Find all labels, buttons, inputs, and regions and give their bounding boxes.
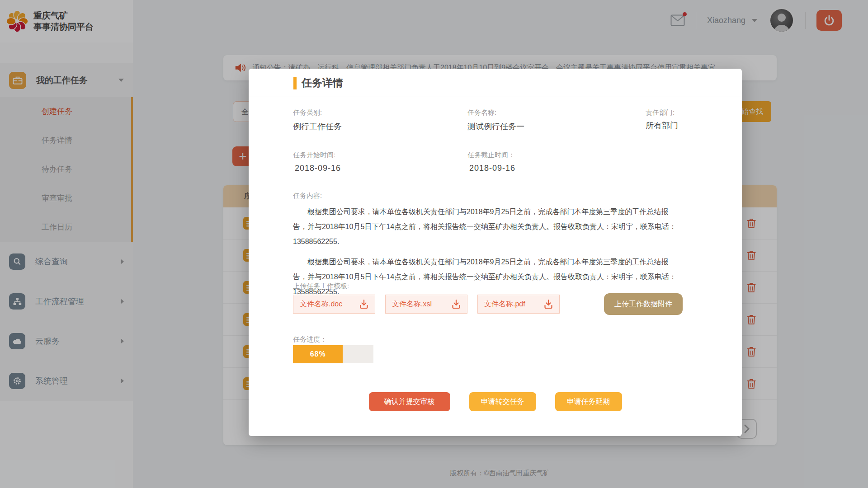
field-value-start-date: 2018-09-16 [295,164,341,173]
app-window: 重庆气矿 事事清协同平台 我的工作任务 创建任务 任务详情 待办任务 审查审批 … [0,0,868,488]
modal-title: 任务详情 [302,76,343,90]
modal-actions: 确认并提交审核 申请转交任务 申请任务延期 [249,392,742,411]
file-name: 文件名称.doc [300,300,342,309]
field-label-end-date: 任务截止时间： [467,151,515,160]
field-value-end-date: 2018-09-16 [469,164,515,173]
upload-data-attachment-button[interactable]: 上传工作数据附件 [604,293,683,315]
confirm-submit-button[interactable]: 确认并提交审核 [369,392,450,411]
task-progress-value: 68% [310,350,326,358]
task-detail-modal: 任务详情 任务类别: 例行工作任务 任务名称: 测试例行任务一 责任部门: 所有… [249,69,742,436]
task-content-text: 根据集团公司要求，请本单位各级机关责任部门与2018年9月25日之前，完成各部门… [293,204,683,305]
field-value-dept: 所有部门 [646,120,678,131]
download-icon[interactable] [452,299,461,309]
download-icon[interactable] [359,299,368,309]
field-value-task-name: 测试例行任务一 [467,121,524,132]
field-label-task-content: 任务内容: [293,192,322,200]
field-label-dept: 责任部门: [646,108,675,117]
task-content-paragraph: 根据集团公司要求，请本单位各级机关责任部门与2018年9月25日之前，完成各部门… [293,254,683,299]
file-chip-xsl[interactable]: 文件名称.xsl [385,295,467,314]
file-name: 文件名称.pdf [484,300,525,309]
transfer-task-button[interactable]: 申请转交任务 [469,392,536,411]
field-label-task-name: 任务名称: [467,108,496,117]
field-label-start-date: 任务开始时间: [293,151,335,160]
title-accent-bar [293,77,297,89]
delay-task-button[interactable]: 申请任务延期 [555,392,622,411]
file-chip-pdf[interactable]: 文件名称.pdf [477,295,560,314]
task-content-paragraph: 根据集团公司要求，请本单位各级机关责任部门与2018年9月25日之前，完成各部门… [293,204,683,249]
field-label-progress: 任务进度： [293,335,327,344]
file-chip-doc[interactable]: 文件名称.doc [293,295,375,314]
task-progress-fill: 68% [293,345,343,363]
field-value-task-type: 例行工作任务 [293,121,342,132]
download-icon[interactable] [544,299,553,309]
task-progress-bar: 68% [293,345,373,363]
field-label-upload-template: 上传任务工作模板: [293,282,349,291]
divider [249,97,742,97]
file-name: 文件名称.xsl [392,300,432,309]
field-label-task-type: 任务类别: [293,108,322,117]
